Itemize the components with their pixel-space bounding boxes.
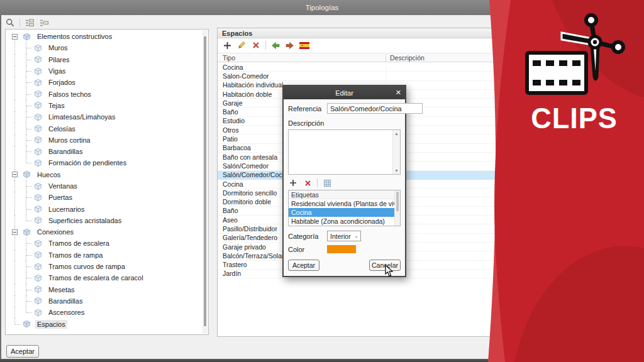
- tree-item[interactable]: Forjados: [9, 77, 201, 88]
- table-row[interactable]: Trastero: [218, 261, 638, 270]
- table-row[interactable]: Barbacoa: [218, 144, 638, 153]
- tree-item[interactable]: Muros cortina: [9, 134, 201, 146]
- expand-all-icon[interactable]: [25, 18, 35, 28]
- tree-item[interactable]: Superficies acristaladas: [9, 215, 201, 226]
- tree-item[interactable]: Muros: [9, 42, 201, 53]
- tree-item[interactable]: Limatesas/Limahoyas: [9, 111, 201, 123]
- tree-item-parent[interactable]: Huecos: [9, 169, 201, 180]
- table-row[interactable]: Baño con antesala: [218, 153, 638, 162]
- tree-item[interactable]: Tramos curvos de rampa: [9, 261, 201, 272]
- table-row[interactable]: Otros: [218, 126, 638, 134]
- cube-icon: [34, 216, 43, 225]
- table-row[interactable]: Cocina: [218, 180, 638, 189]
- color-swatch[interactable]: [327, 245, 356, 253]
- scrollbar-thumb[interactable]: [204, 36, 206, 326]
- tree-item[interactable]: Tramos de rampa: [9, 250, 201, 261]
- tree-item[interactable]: Vigas: [9, 65, 201, 77]
- tree-item[interactable]: Ventanas: [9, 180, 201, 192]
- cell-descripcion: [386, 197, 638, 206]
- description-scrollbar[interactable]: ▲ ▼: [392, 130, 400, 174]
- tree-item[interactable]: Tramos de escalera: [9, 238, 201, 249]
- table-row[interactable]: Garaje: [218, 99, 638, 107]
- tree-item[interactable]: Celosías: [9, 123, 201, 134]
- table-row[interactable]: Salon-Comedor: [218, 72, 638, 80]
- table-row[interactable]: Cocina: [218, 63, 638, 72]
- reference-input[interactable]: [327, 103, 423, 114]
- table-row[interactable]: Patio: [218, 134, 638, 143]
- table-row[interactable]: Habitación doble: [218, 90, 638, 99]
- tree-item-parent[interactable]: Conexiones: [9, 226, 201, 238]
- collapse-toggle-icon[interactable]: [12, 34, 18, 40]
- column-header-descripcion[interactable]: Descripción: [386, 53, 638, 62]
- tree-item[interactable]: Tejas: [9, 100, 201, 111]
- color-label: Color: [288, 246, 327, 253]
- arrow-right-red-icon[interactable]: [285, 40, 295, 50]
- tree-item-parent[interactable]: Espacios: [9, 318, 201, 329]
- tree-item[interactable]: Puertas: [9, 192, 201, 203]
- delete-icon[interactable]: [303, 178, 313, 188]
- table-row[interactable]: Balcón/Terraza/Solario: [218, 251, 638, 260]
- cube-icon: [34, 273, 43, 282]
- scroll-up-icon[interactable]: ▲: [393, 131, 400, 136]
- table-row[interactable]: Baño: [218, 207, 638, 216]
- scroll-down-icon[interactable]: ▼: [393, 168, 400, 173]
- tree-item[interactable]: Ascensores: [9, 307, 201, 318]
- delete-icon[interactable]: [251, 40, 261, 50]
- table-row[interactable]: Dormitorio sencillo: [218, 189, 638, 197]
- column-header-tipo[interactable]: Tipo: [218, 53, 386, 62]
- tree-item[interactable]: Formación de pendientes: [9, 157, 201, 168]
- tree-guide: [21, 272, 32, 283]
- cell-descripcion: [386, 153, 638, 161]
- tree-guide: [21, 134, 32, 146]
- collapse-all-icon[interactable]: [39, 18, 49, 28]
- collapse-toggle-icon[interactable]: [12, 229, 18, 235]
- tree-guide: [21, 295, 32, 307]
- tags-scrollbar[interactable]: [394, 190, 400, 226]
- dialog-accept-button[interactable]: Aceptar: [288, 260, 319, 271]
- table-row[interactable]: Estudio: [218, 117, 638, 126]
- table-row[interactable]: Salón/Comedor: [218, 162, 638, 170]
- close-icon[interactable]: ✕: [396, 88, 401, 97]
- tree-guide: [9, 180, 21, 192]
- table-row[interactable]: Galería/Tendedero: [218, 234, 638, 243]
- search-icon[interactable]: [5, 18, 15, 28]
- table-row[interactable]: Aseo: [218, 216, 638, 224]
- description-textarea[interactable]: ▲ ▼: [288, 129, 401, 175]
- table-row[interactable]: Pasillo/Distribuidor: [218, 224, 638, 233]
- add-icon[interactable]: [222, 40, 232, 50]
- tipologias-window: Tipologías Elementos constructivosMurosP…: [0, 0, 644, 362]
- table-icon[interactable]: [322, 178, 332, 188]
- table-row[interactable]: Dormitorio doble: [218, 197, 638, 206]
- tree-item[interactable]: Barandillas: [9, 295, 201, 307]
- table-row[interactable]: Jardín: [218, 270, 638, 278]
- tree-item-parent[interactable]: Elementos constructivos: [9, 31, 201, 42]
- table-row[interactable]: Salón/Comedor/Cocina: [218, 171, 638, 180]
- toolbar-separator: [19, 18, 20, 27]
- table-row[interactable]: Garaje privado: [218, 243, 638, 251]
- tags-toolbar: [288, 178, 401, 188]
- arrow-left-green-icon[interactable]: [270, 40, 280, 50]
- tree-scrollbar[interactable]: [203, 30, 208, 334]
- collapse-toggle-icon[interactable]: [12, 172, 18, 177]
- cube-icon: [34, 124, 43, 133]
- table-row[interactable]: Baño: [218, 107, 638, 116]
- tree-item[interactable]: Barandillas: [9, 146, 201, 157]
- tree-item[interactable]: Mesetas: [9, 284, 201, 295]
- tree-item[interactable]: Lucernarios: [9, 203, 201, 214]
- tree-item[interactable]: Falsos techos: [9, 88, 201, 99]
- tag-list-item[interactable]: Residencial vivienda (Plantas de viviend…: [289, 199, 400, 208]
- tag-list-item[interactable]: Habitable (Zona acondicionada): [289, 217, 400, 226]
- add-icon[interactable]: [288, 178, 298, 188]
- espacios-table-body: CocinaSalon-ComedorHabitación individual…: [218, 63, 638, 336]
- edit-pencil-icon[interactable]: [236, 40, 247, 50]
- tree-item[interactable]: Pilares: [9, 54, 201, 65]
- tag-list-item[interactable]: Cocina: [289, 208, 400, 217]
- category-label: Categoría: [288, 233, 327, 240]
- spanish-flag-icon[interactable]: [299, 40, 309, 50]
- table-row[interactable]: Habitación individual: [218, 81, 638, 90]
- tree-item[interactable]: Tramos de escalera de caracol: [9, 272, 201, 283]
- category-select[interactable]: Interior ⌄: [327, 231, 361, 241]
- scrollbar-thumb[interactable]: [396, 192, 399, 211]
- accept-button[interactable]: Aceptar: [6, 345, 39, 358]
- tree-guide: [9, 111, 21, 123]
